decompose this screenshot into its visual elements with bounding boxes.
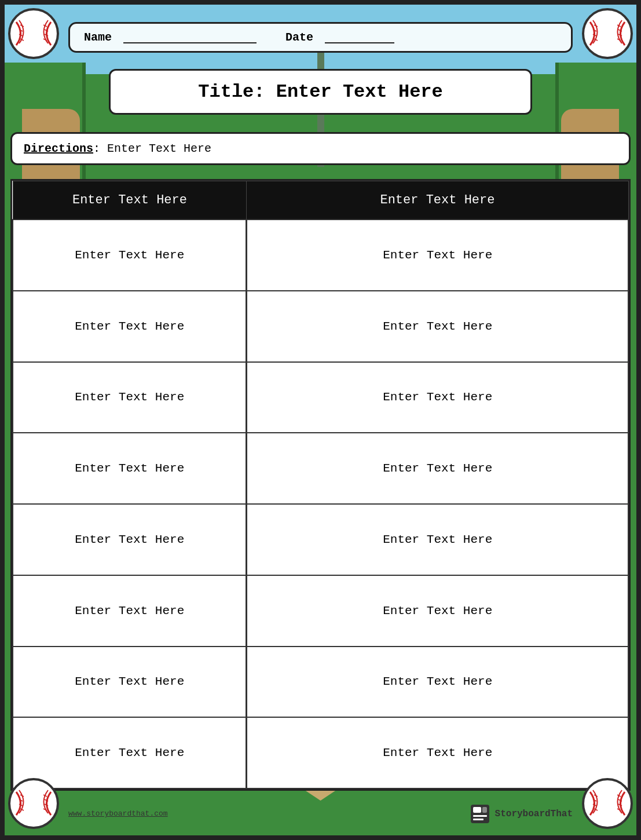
directions-container: Directions: Enter Text Here — [10, 127, 631, 170]
table-cell-4-0[interactable]: Enter Text Here — [13, 504, 247, 575]
table-cell-2-1[interactable]: Enter Text Here — [247, 362, 628, 433]
table-body: Enter Text HereEnter Text HereEnter Text… — [13, 220, 628, 788]
title-container: Title: Enter Text Here — [63, 65, 578, 118]
date-label: Date — [285, 31, 313, 44]
table-cell-6-0[interactable]: Enter Text Here — [13, 647, 247, 718]
svg-point-0 — [9, 9, 58, 58]
name-underline — [123, 32, 257, 43]
table-row: Enter Text HereEnter Text Here — [13, 504, 628, 575]
table-header-row: Enter Text Here Enter Text Here — [13, 181, 628, 220]
table-row: Enter Text HereEnter Text Here — [13, 717, 628, 788]
footer-url: www.storyboardthat.com — [68, 809, 168, 818]
title-box[interactable]: Title: Enter Text Here — [109, 69, 532, 115]
table-row: Enter Text HereEnter Text Here — [13, 291, 628, 362]
table-row: Enter Text HereEnter Text Here — [13, 220, 628, 291]
table-cell-5-1[interactable]: Enter Text Here — [247, 575, 628, 647]
svg-rect-37 — [473, 807, 481, 813]
footer-logo-area: StoryboardThat — [470, 804, 573, 824]
table-cell-5-0[interactable]: Enter Text Here — [13, 575, 247, 647]
table-cell-2-0[interactable]: Enter Text Here — [13, 362, 247, 433]
table-cell-0-1[interactable]: Enter Text Here — [247, 220, 628, 291]
svg-rect-40 — [473, 819, 484, 820]
directions-text: : Enter Text Here — [93, 142, 211, 155]
table-cell-3-1[interactable]: Enter Text Here — [247, 433, 628, 504]
baseball-top-right — [581, 8, 633, 60]
title-text: Title: Enter Text Here — [198, 81, 442, 103]
name-date-row: Name Date — [10, 16, 631, 59]
storyboard-icon — [470, 804, 490, 824]
svg-point-9 — [583, 9, 632, 58]
col-header-2: Enter Text Here — [247, 181, 628, 220]
content-wrapper: Name Date Title: Enter Text Here Directi… — [10, 10, 631, 830]
baseball-bottom-right — [581, 777, 633, 830]
svg-rect-39 — [473, 815, 487, 817]
svg-rect-38 — [482, 807, 487, 813]
baseball-top-left — [8, 8, 60, 60]
table-cell-1-0[interactable]: Enter Text Here — [13, 291, 247, 362]
table-row: Enter Text HereEnter Text Here — [13, 647, 628, 718]
table-cell-7-1[interactable]: Enter Text Here — [247, 717, 628, 788]
svg-point-27 — [583, 779, 632, 828]
baseball-bottom-left — [8, 777, 60, 830]
table-cell-3-0[interactable]: Enter Text Here — [13, 433, 247, 504]
table-container: Enter Text Here Enter Text Here Enter Te… — [10, 179, 631, 791]
svg-point-18 — [9, 779, 58, 828]
table-row: Enter Text HereEnter Text Here — [13, 362, 628, 433]
table-cell-6-1[interactable]: Enter Text Here — [247, 647, 628, 718]
page: Name Date Title: Enter Text Here Directi… — [0, 0, 641, 840]
name-label: Name — [84, 31, 112, 44]
table-cell-0-0[interactable]: Enter Text Here — [13, 220, 247, 291]
table-row: Enter Text HereEnter Text Here — [13, 575, 628, 647]
table-row: Enter Text HereEnter Text Here — [13, 433, 628, 504]
col-header-1: Enter Text Here — [13, 181, 247, 220]
footer: www.storyboardthat.com StoryboardThat — [10, 798, 631, 830]
main-table: Enter Text Here Enter Text Here Enter Te… — [12, 181, 629, 789]
date-underline — [325, 32, 394, 43]
footer-logo-text: StoryboardThat — [495, 809, 573, 819]
name-date-bar: Name Date — [68, 22, 573, 53]
table-cell-1-1[interactable]: Enter Text Here — [247, 291, 628, 362]
table-cell-4-1[interactable]: Enter Text Here — [247, 504, 628, 575]
directions-box[interactable]: Directions: Enter Text Here — [10, 132, 631, 165]
directions-label: Directions — [24, 142, 93, 155]
